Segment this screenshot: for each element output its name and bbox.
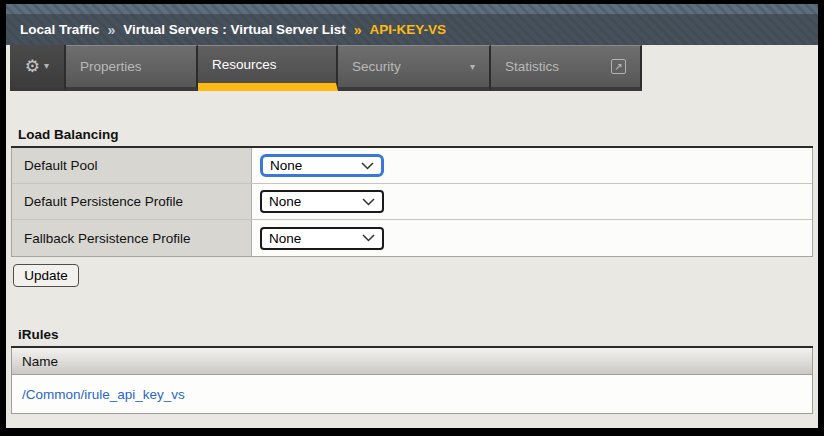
table-row: Default Persistence Profile None (12, 184, 812, 220)
tab-label: Statistics (505, 59, 559, 74)
gear-icon: ⚙ (25, 58, 40, 75)
fallback-persistence-profile-cell: None (252, 220, 812, 256)
chevron-down-icon (362, 198, 375, 206)
default-pool-cell: None (252, 148, 812, 183)
tab-resources[interactable]: Resources (198, 45, 338, 91)
main-window: Local Traffic » Virtual Servers : Virtua… (6, 4, 818, 428)
table-row: /Common/irule_api_key_vs (12, 375, 812, 413)
select-value: None (270, 158, 302, 173)
irules-section-title: iRules (11, 327, 813, 348)
table-row: Default Pool None (12, 148, 812, 184)
content-area: Load Balancing Default Pool None Default… (6, 127, 818, 414)
tab-security[interactable]: Security ▾ (338, 45, 491, 91)
irules-column-header: Name (12, 348, 812, 375)
default-pool-select[interactable]: None (260, 154, 384, 177)
breadcrumb-current: API-KEY-VS (370, 22, 447, 37)
update-button[interactable]: Update (13, 264, 79, 287)
load-balancing-section-title: Load Balancing (11, 127, 813, 148)
select-value: None (269, 231, 301, 246)
irules-table: Name /Common/irule_api_key_vs (11, 348, 813, 414)
fallback-persistence-profile-label: Fallback Persistence Profile (12, 220, 252, 256)
breadcrumb-separator-icon: » (354, 22, 362, 38)
chevron-down-icon: ▾ (44, 61, 49, 71)
top-striped-band (6, 4, 818, 14)
default-persistence-profile-cell: None (252, 184, 812, 219)
table-row: Fallback Persistence Profile None (12, 220, 812, 256)
breadcrumb-separator-icon: » (108, 22, 116, 38)
default-persistence-profile-label: Default Persistence Profile (12, 184, 252, 219)
tab-statistics[interactable]: Statistics ↗ (491, 45, 642, 91)
tab-label: Resources (212, 57, 277, 72)
chevron-down-icon: ▾ (470, 61, 475, 72)
fallback-persistence-profile-select[interactable]: None (260, 227, 384, 250)
breadcrumb: Local Traffic » Virtual Servers : Virtua… (6, 14, 818, 45)
default-persistence-profile-select[interactable]: None (260, 190, 384, 213)
chevron-down-icon (361, 162, 374, 170)
breadcrumb-section: Local Traffic (20, 22, 100, 37)
settings-menu-button[interactable]: ⚙ ▾ (10, 45, 66, 91)
load-balancing-table: Default Pool None Default Persistence Pr… (11, 148, 813, 257)
chevron-down-icon (362, 234, 375, 242)
select-value: None (269, 194, 301, 209)
tab-label: Security (352, 59, 401, 74)
irule-link[interactable]: /Common/irule_api_key_vs (22, 387, 185, 402)
tab-bar: ⚙ ▾ Properties Resources Security ▾ Stat… (6, 45, 818, 91)
tab-label: Properties (80, 59, 142, 74)
default-pool-label: Default Pool (12, 148, 252, 183)
breadcrumb-path-link[interactable]: Virtual Servers : Virtual Server List (123, 22, 345, 37)
tab-properties[interactable]: Properties (66, 45, 198, 91)
external-link-icon: ↗ (611, 59, 626, 74)
